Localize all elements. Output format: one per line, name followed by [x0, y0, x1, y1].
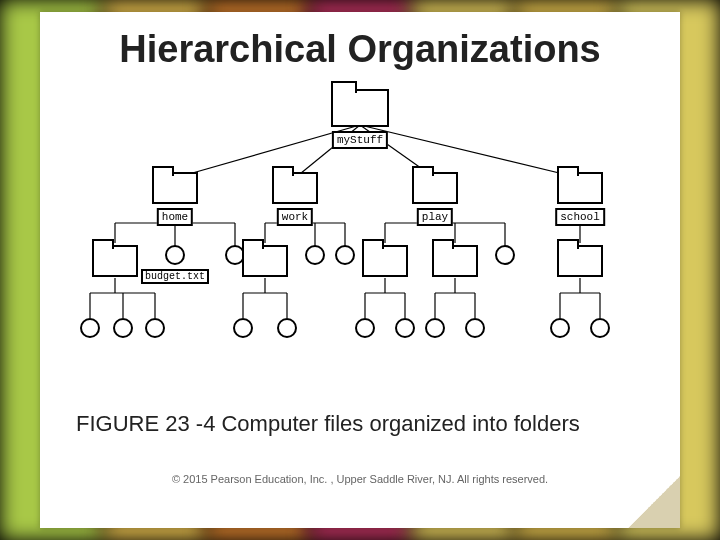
file-icon [113, 318, 133, 338]
file-icon [355, 318, 375, 338]
folder-work: work [272, 172, 318, 204]
file-icon [395, 318, 415, 338]
folder-icon: home [152, 172, 198, 204]
folder-label: school [555, 208, 605, 226]
file-icon [233, 318, 253, 338]
file-icon [277, 318, 297, 338]
tree-figure: myStuff home work play school [75, 83, 645, 363]
file-icon [335, 245, 355, 265]
folder-icon: school [557, 172, 603, 204]
file-child [465, 318, 485, 338]
folder-root: myStuff [331, 89, 389, 127]
folder-home: home [152, 172, 198, 204]
file-child [495, 245, 515, 265]
file-child [113, 318, 133, 338]
folder-icon [92, 245, 138, 277]
file-child [395, 318, 415, 338]
folder-child [362, 245, 408, 277]
folder-child [242, 245, 288, 277]
file-icon [145, 318, 165, 338]
file-child [550, 318, 570, 338]
file-icon [495, 245, 515, 265]
file-child [355, 318, 375, 338]
folder-child [557, 245, 603, 277]
file-child [233, 318, 253, 338]
folder-icon [242, 245, 288, 277]
folder-label: home [157, 208, 193, 226]
file-icon [550, 318, 570, 338]
figure-caption: FIGURE 23 -4 Computer files organized in… [76, 411, 644, 437]
folder-label: play [417, 208, 453, 226]
file-icon [80, 318, 100, 338]
folder-play: play [412, 172, 458, 204]
copyright-text: © 2015 Pearson Education, Inc. , Upper S… [40, 473, 680, 485]
file-icon [425, 318, 445, 338]
file-label: budget.txt [141, 269, 209, 284]
svg-line-3 [360, 125, 580, 178]
file-icon [165, 245, 185, 265]
slide-title: Hierarchical Organizations [40, 28, 680, 71]
folder-label: work [277, 208, 313, 226]
file-child [80, 318, 100, 338]
folder-icon [557, 245, 603, 277]
file-icon [305, 245, 325, 265]
file-child [145, 318, 165, 338]
folder-icon [362, 245, 408, 277]
file-child [335, 245, 355, 265]
folder-label: myStuff [332, 131, 388, 149]
folder-child [432, 245, 478, 277]
file-child [590, 318, 610, 338]
file-budget: budget.txt [165, 245, 185, 265]
folder-school: school [557, 172, 603, 204]
folder-icon [432, 245, 478, 277]
folder-icon: play [412, 172, 458, 204]
file-child [425, 318, 445, 338]
slide: Hierarchical Organizations [40, 12, 680, 528]
folder-icon: myStuff [331, 89, 389, 127]
file-icon [465, 318, 485, 338]
folder-child [92, 245, 138, 277]
file-child [305, 245, 325, 265]
file-child [277, 318, 297, 338]
folder-icon: work [272, 172, 318, 204]
file-icon [590, 318, 610, 338]
